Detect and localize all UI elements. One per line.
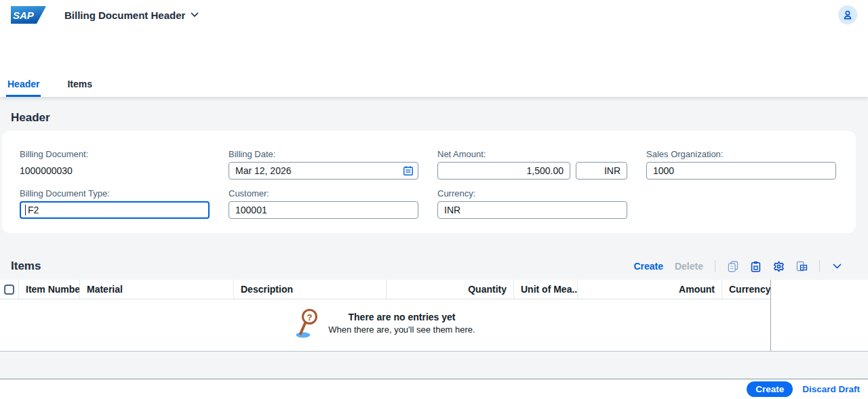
toolbar-separator xyxy=(715,260,715,272)
net-amount-currency-input[interactable] xyxy=(576,162,627,180)
svg-text:SAP: SAP xyxy=(13,9,35,21)
net-amount-label: Net Amount: xyxy=(437,149,627,159)
items-table-panel: Item Number Material Description Quantit… xyxy=(0,280,868,352)
field-currency: Currency: xyxy=(437,188,627,219)
select-all-cell[interactable] xyxy=(0,280,19,299)
object-page-header xyxy=(0,30,868,75)
sales-organization-label: Sales Organization: xyxy=(646,149,836,159)
field-billing-document: Billing Document: 1000000030 xyxy=(20,149,210,180)
export-icon[interactable] xyxy=(796,261,808,272)
field-net-amount: Net Amount: xyxy=(437,149,627,180)
app-title-menu[interactable]: Billing Document Header xyxy=(64,9,199,21)
customer-label: Customer: xyxy=(229,188,418,198)
text-cursor xyxy=(25,205,26,215)
billing-document-type-label: Billing Document Type: xyxy=(20,188,210,198)
items-table: Item Number Material Description Quantit… xyxy=(0,280,771,351)
field-customer: Customer: xyxy=(229,188,418,219)
settings-icon[interactable] xyxy=(773,261,785,272)
field-billing-document-type: Billing Document Type: xyxy=(20,188,210,219)
header-section-title: Header xyxy=(11,111,868,125)
sales-organization-input[interactable] xyxy=(646,162,836,180)
no-entries-message: ? There are no entries yet When there ar… xyxy=(0,299,771,338)
discard-draft-button[interactable]: Discard Draft xyxy=(802,384,860,394)
currency-label: Currency: xyxy=(437,188,627,198)
person-icon xyxy=(842,9,853,20)
items-create-button[interactable]: Create xyxy=(633,261,663,272)
field-billing-date: Billing Date: xyxy=(229,149,418,180)
billing-document-value: 1000000030 xyxy=(20,162,210,180)
billing-date-label: Billing Date: xyxy=(229,149,418,159)
column-currency[interactable]: Currency xyxy=(722,280,770,299)
field-sales-organization: Sales Organization: xyxy=(646,149,836,180)
billing-document-label: Billing Document: xyxy=(20,149,210,159)
customer-input[interactable] xyxy=(229,201,418,219)
app-title: Billing Document Header xyxy=(64,9,185,21)
calendar-icon[interactable] xyxy=(403,165,414,176)
empty-state-title: There are no entries yet xyxy=(328,312,475,322)
form-grid-spacer xyxy=(646,188,836,219)
items-delete-button[interactable]: Delete xyxy=(675,261,703,272)
select-all-checkbox[interactable] xyxy=(4,285,14,295)
overflow-chevron-icon[interactable] xyxy=(831,261,843,272)
billing-document-type-input[interactable] xyxy=(20,201,210,219)
create-button[interactable]: Create xyxy=(747,381,793,397)
column-item-number[interactable]: Item Number xyxy=(19,280,80,299)
currency-input[interactable] xyxy=(437,201,627,219)
tab-header[interactable]: Header xyxy=(6,79,41,97)
column-unit-of-measure[interactable]: Unit of Mea... xyxy=(514,280,578,299)
billing-date-input[interactable] xyxy=(229,162,418,180)
paste-icon[interactable] xyxy=(750,261,762,272)
shell-header: SAP Billing Document Header xyxy=(0,0,868,30)
items-toolbar: Create Delete xyxy=(633,260,843,272)
header-form-card: Billing Document: 1000000030 Billing Dat… xyxy=(2,131,856,233)
toolbar-separator xyxy=(819,260,820,272)
net-amount-input[interactable] xyxy=(437,162,570,180)
page-content: Header Billing Document: 1000000030 Bill… xyxy=(0,111,868,352)
footer-toolbar: Create Discard Draft xyxy=(0,379,868,399)
column-amount[interactable]: Amount xyxy=(578,280,722,299)
sap-logo[interactable]: SAP xyxy=(11,6,46,24)
items-section-header: Items Create Delete xyxy=(11,259,843,273)
svg-text:?: ? xyxy=(307,312,313,322)
items-section-title: Items xyxy=(11,259,41,273)
copy-icon[interactable] xyxy=(727,261,738,272)
chevron-down-icon xyxy=(191,12,199,18)
column-quantity[interactable]: Quantity xyxy=(387,280,514,299)
empty-state-subtitle: When there are, you'll see them here. xyxy=(328,324,475,335)
user-avatar-button[interactable] xyxy=(838,5,857,24)
items-table-header-row: Item Number Material Description Quantit… xyxy=(0,280,770,299)
anchor-tabbar: Header Items xyxy=(0,75,868,97)
tab-items[interactable]: Items xyxy=(66,79,94,97)
column-description[interactable]: Description xyxy=(234,280,387,299)
column-material[interactable]: Material xyxy=(80,280,234,299)
header-form: Billing Document: 1000000030 Billing Dat… xyxy=(20,149,837,219)
magnifier-illustration-icon: ? xyxy=(296,308,320,338)
